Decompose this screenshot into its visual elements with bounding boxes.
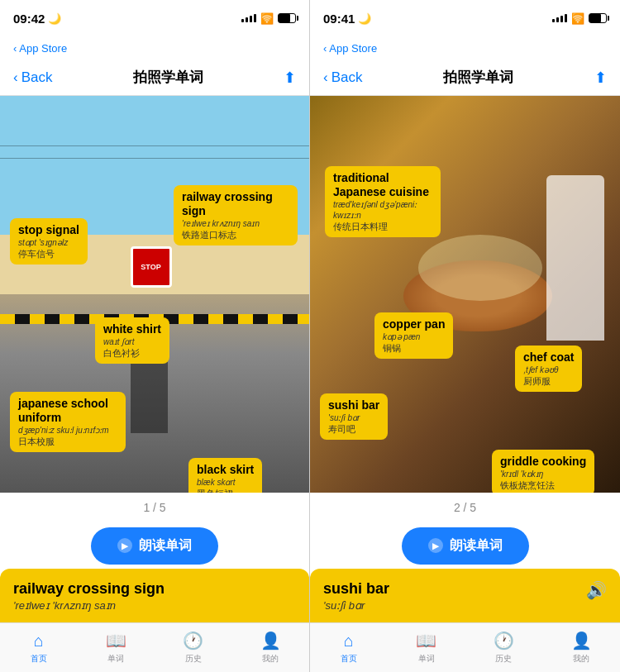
tab-home-right[interactable]: ⌂ 首页 (310, 631, 388, 665)
tab-words-label-left: 单词 (107, 653, 124, 665)
signal-right (552, 14, 567, 22)
book-icon-left: 📖 (106, 631, 126, 651)
tab-home-label-right: 首页 (341, 653, 357, 665)
read-btn-area-right: ▶ 朗读单词 (310, 522, 620, 569)
word-card-right[interactable]: sushi bar 'suːʃi bɑr 🔊 (310, 569, 620, 622)
time-right: 09:41 (323, 12, 355, 26)
tag-traditional-cuisine[interactable]: traditional Japanese cuisine træd'keɪʃən… (325, 166, 441, 237)
tab-profile-label-left: 我的 (262, 653, 279, 665)
left-phone: 09:42 🌙 🛜 ‹ App Store ‹ Back 拍照学 (0, 0, 310, 672)
page-indicator-right: 2 / 5 (310, 493, 620, 522)
tag-copper-pan[interactable]: copper pan kɑpə pæn 铜锅 (374, 312, 453, 359)
back-button-left[interactable]: ‹ Back (13, 69, 52, 86)
tab-words-right[interactable]: 📖 单词 (388, 631, 465, 665)
tag-black-skirt[interactable]: black skirt blæk skɑrt 黑色短裙 (188, 458, 262, 493)
user-icon-right: 👤 (571, 631, 592, 651)
back-chevron-left: ‹ (13, 69, 18, 86)
appstore-bar-left: ‹ App Store (0, 36, 309, 60)
play-icon-right: ▶ (428, 538, 443, 553)
moon-icon-left: 🌙 (48, 12, 61, 25)
word-card-word-right: sushi bar (323, 580, 389, 598)
audio-icon-right[interactable]: 🔊 (586, 580, 607, 600)
clock-icon-left: 🕐 (183, 631, 203, 651)
tag-chef-coat[interactable]: chef coat ˌtʃef kəʊθ 厨师服 (515, 346, 582, 392)
share-button-right[interactable]: ⬆ (594, 69, 607, 87)
time-left: 09:42 (13, 12, 45, 26)
nav-title-right: 拍照学单词 (443, 68, 513, 87)
tag-stop-signal[interactable]: stop signal stɑpt 'sɪgnəlz 停车信号 (10, 218, 88, 265)
word-card-word-left: railway crossing sign (13, 580, 296, 598)
user-icon-left: 👤 (260, 631, 281, 651)
wifi-left: 🛜 (260, 12, 274, 25)
tab-words-label-right: 单词 (418, 653, 435, 665)
status-icons-left: 🛜 (241, 12, 296, 25)
tag-sushi-bar[interactable]: sushi bar 'suːʃi bɑr 寿司吧 (320, 393, 388, 440)
tag-griddle-cooking[interactable]: griddle cooking 'krɪdl 'kɒkɪŋ 铁板烧烹饪法 (492, 450, 594, 493)
tab-home-left[interactable]: ⌂ 首页 (0, 631, 78, 665)
image-area-right: traditional Japanese cuisine træd'keɪʃən… (310, 96, 620, 493)
page-indicator-left: 1 / 5 (0, 493, 309, 522)
clock-icon-right: 🕐 (494, 631, 514, 651)
tag-railway-crossing[interactable]: railway crossing sign 'reɪlweɪ krʌznɪŋ s… (174, 185, 298, 245)
appstore-back-right[interactable]: ‹ App Store (323, 42, 377, 55)
tab-bar-left: ⌂ 首页 📖 单词 🕐 历史 👤 我的 (0, 622, 309, 672)
image-area-left: STOP stop signal stɑpt 'sɪgnəlz 停车信号 rai… (0, 96, 310, 493)
tag-school-uniform[interactable]: japanese school uniform dʒæp'niːz skuːl … (10, 392, 126, 452)
status-bar-right: 09:41 🌙 🛜 (310, 0, 620, 36)
tab-history-label-right: 历史 (495, 653, 512, 665)
tab-bar-right: ⌂ 首页 📖 单词 🕐 历史 👤 我的 (310, 622, 620, 672)
signal-left (241, 14, 256, 22)
back-chevron-right: ‹ (323, 69, 328, 86)
nav-bar-right: ‹ Back 拍照学单词 ⬆ (310, 60, 620, 96)
tab-words-left[interactable]: 📖 单词 (78, 631, 155, 665)
back-button-right[interactable]: ‹ Back (323, 69, 362, 86)
book-icon-right: 📖 (416, 631, 436, 651)
word-card-phonetic-left: 'reɪlweɪ 'krʌznɪŋ saɪn (13, 599, 296, 612)
word-card-phonetic-right: 'suːʃi bɑr (323, 599, 389, 612)
read-btn-area-left: ▶ 朗读单词 (0, 522, 309, 569)
tab-history-left[interactable]: 🕐 历史 (155, 631, 232, 665)
home-icon-right: ⌂ (344, 631, 354, 651)
nav-bar-left: ‹ Back 拍照学单词 ⬆ (0, 60, 309, 96)
wifi-right: 🛜 (571, 12, 584, 25)
tab-profile-left[interactable]: 👤 我的 (232, 631, 310, 665)
read-button-right[interactable]: ▶ 朗读单词 (402, 527, 529, 565)
appstore-bar-right: ‹ App Store (310, 36, 620, 60)
battery-left (278, 13, 296, 23)
appstore-back-left[interactable]: ‹ App Store (13, 42, 67, 55)
nav-title-left: 拍照学单词 (133, 68, 203, 87)
battery-right (589, 13, 607, 23)
tag-white-shirt[interactable]: white shirt waɪt ʃɑrt 白色衬衫 (95, 317, 169, 364)
right-phone: 09:41 🌙 🛜 ‹ App Store ‹ Back 拍照学 (310, 0, 620, 672)
tab-history-right[interactable]: 🕐 历史 (465, 631, 543, 665)
tab-history-label-left: 历史 (185, 653, 202, 665)
tab-home-label-left: 首页 (31, 653, 47, 665)
tab-profile-label-right: 我的 (573, 653, 589, 665)
word-card-left[interactable]: railway crossing sign 'reɪlweɪ 'krʌznɪŋ … (0, 569, 309, 622)
play-icon-left: ▶ (117, 538, 132, 553)
read-button-left[interactable]: ▶ 朗读单词 (91, 527, 218, 565)
home-icon-left: ⌂ (34, 631, 44, 651)
share-button-left[interactable]: ⬆ (284, 69, 296, 87)
status-icons-right: 🛜 (552, 12, 607, 25)
moon-icon-right: 🌙 (358, 12, 371, 25)
status-bar-left: 09:42 🌙 🛜 (0, 0, 309, 36)
tab-profile-right[interactable]: 👤 我的 (542, 631, 620, 665)
